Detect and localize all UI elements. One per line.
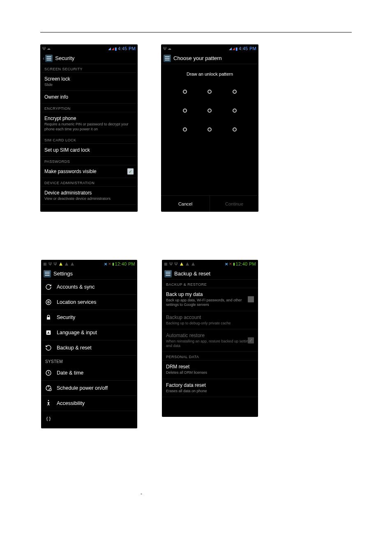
back-icon[interactable]: ‹ (43, 55, 44, 61)
pattern-grid[interactable] (161, 78, 258, 140)
settings-icon (44, 270, 51, 278)
pattern-dot[interactable] (183, 127, 187, 132)
item-drm-reset[interactable]: DRM reset Deletes all DRM licenses (162, 360, 258, 379)
screenshot-backup-reset: ▦ Ψ Ψ ✕ ✕ ▮ 12:40 PM Backup & reset BACK… (162, 260, 258, 417)
item-backup-account: Backup account Backing up to debug-only … (162, 311, 258, 329)
row-label: Accounts & sync (57, 284, 95, 290)
row-label: Backup & reset (57, 345, 92, 351)
language-icon: A (45, 329, 52, 336)
pattern-dot[interactable] (208, 127, 212, 132)
item-title: Encrypt phone (44, 116, 134, 121)
header-title: Backup & reset (174, 271, 210, 277)
row-datetime[interactable]: Date & time (41, 365, 137, 381)
item-pw-visible[interactable]: Make passwords visible ✓ (40, 165, 138, 178)
signal-1-icon: ◢ (108, 46, 111, 51)
battery-icon: ▮ (115, 46, 117, 51)
status-bar: Ψ ☁ ◢ ◢ ▮ 4:45 PM (40, 44, 138, 53)
row-schedule-power[interactable]: Schedule power on/off (41, 381, 137, 396)
debug-icon: ☁ (47, 46, 51, 51)
battery-icon: ▮ (235, 46, 238, 51)
continue-button: Continue (210, 196, 258, 212)
header: Backup & reset (162, 268, 258, 280)
screenshot-pattern: Ψ ☁ ◢ ◢ ▮ 4:45 PM Choose your pattern Dr… (161, 44, 258, 212)
pattern-dot[interactable] (233, 90, 237, 94)
svg-marker-0 (59, 262, 62, 266)
item-title: Backup account (166, 314, 254, 320)
row-label: Security (57, 314, 75, 320)
accessibility-icon (45, 400, 52, 407)
item-sub: Slide (44, 83, 134, 87)
row-backup[interactable]: Backup & reset (41, 340, 137, 356)
row-accounts-sync[interactable]: Accounts & sync (41, 280, 137, 295)
status-bar: ▦ Ψ Ψ ✕ ✕ ▮ 12:40 PM (162, 260, 258, 268)
item-sub: Back up app data, Wi-Fi passwords, and o… (166, 298, 254, 308)
notif-icon: ▦ (164, 262, 168, 266)
pattern-dot[interactable] (183, 109, 187, 113)
pattern-dot[interactable] (208, 90, 212, 94)
item-device-admin[interactable]: Device administrators View or deactivate… (40, 186, 138, 205)
screenshot-security: Ψ ☁ ◢ ◢ ▮ 4:45 PM ‹ Security SCREEN SECU… (40, 44, 138, 212)
svg-marker-12 (186, 262, 189, 266)
usb-icon: Ψ (48, 262, 52, 266)
settings-icon (164, 55, 171, 62)
status-time: 12:40 PM (115, 261, 135, 266)
item-backup-data[interactable]: Back up my data Back up app data, Wi-Fi … (162, 288, 258, 311)
header: Choose your pattern (161, 53, 258, 64)
nosig-icon: ✕ (108, 262, 111, 266)
item-encrypt-phone[interactable]: Encrypt phone Require a numeric PIN or p… (40, 112, 138, 135)
checkbox-checked[interactable]: ✓ (127, 168, 134, 174)
svg-point-3 (48, 301, 49, 303)
row-location[interactable]: Location services (41, 295, 137, 310)
warning-icon (191, 262, 195, 266)
row-label: Language & input (57, 330, 97, 335)
row-label: Date & time (57, 370, 83, 376)
item-sub: View or deactivate device administrators (44, 197, 134, 201)
screenshot-settings: ▦ Ψ Ψ ✕ ✕ ▮ 12:40 PM Settings Accounts &… (41, 260, 137, 428)
status-time: 4:45 PM (118, 46, 136, 51)
item-title: Make passwords visible (44, 169, 134, 174)
section-backup-restore: BACKUP & RESTORE (162, 280, 258, 288)
row-accessibility[interactable]: Accessibility (41, 396, 137, 411)
header: ‹ Security (40, 53, 138, 64)
pattern-dot[interactable] (183, 90, 187, 94)
item-sim-lock[interactable]: Set up SIM card lock (40, 143, 138, 157)
item-factory-reset[interactable]: Factory data reset Erases all data on ph… (162, 379, 258, 397)
item-title: Screen lock (44, 76, 134, 82)
row-language[interactable]: A Language & input (41, 325, 137, 340)
svg-rect-5 (47, 317, 50, 319)
restore-icon (45, 345, 52, 351)
pattern-dot[interactable] (233, 109, 237, 113)
usb-icon: Ψ (42, 46, 46, 51)
svg-marker-2 (71, 262, 74, 266)
lock-icon (45, 314, 52, 321)
usb-icon: Ψ (169, 262, 173, 266)
item-title: Automatic restore (166, 333, 254, 338)
pattern-instruction: Draw an unlock pattern (161, 64, 258, 78)
pattern-dot[interactable] (233, 127, 237, 132)
status-time: 12:40 PM (236, 261, 256, 266)
section-sim-lock: SIM CARD LOCK (40, 135, 138, 143)
svg-point-4 (46, 300, 51, 305)
status-bar: Ψ ☁ ◢ ◢ ▮ 4:45 PM (161, 44, 258, 53)
section-device-admin: DEVICE ADMINISTRATION (40, 178, 138, 186)
usb-icon: Ψ (53, 262, 57, 266)
row-security[interactable]: Security (41, 310, 137, 325)
checkbox-unchecked[interactable]: ✓ (248, 296, 254, 303)
item-title: Back up my data (166, 291, 254, 297)
usb-icon: Ψ (174, 262, 178, 266)
svg-marker-1 (65, 262, 68, 266)
divider-rule (40, 32, 352, 32)
item-sub: Erases all data on phone (166, 389, 254, 393)
item-title: Device administrators (44, 190, 134, 196)
debug-icon: ☁ (168, 46, 171, 51)
row-truncated[interactable]: { } (41, 411, 137, 422)
row-label: Location services (57, 299, 97, 305)
item-owner-info[interactable]: Owner info (40, 91, 138, 104)
item-screen-lock[interactable]: Screen lock Slide (40, 72, 138, 91)
item-auto-restore: Automatic restore When reinstalling an a… (162, 329, 258, 352)
cancel-button[interactable]: Cancel (161, 196, 210, 212)
pattern-dot[interactable] (208, 109, 212, 113)
row-label: Schedule power on/off (57, 385, 108, 391)
status-time: 4:45 PM (239, 46, 256, 51)
warning-icon (70, 262, 74, 266)
